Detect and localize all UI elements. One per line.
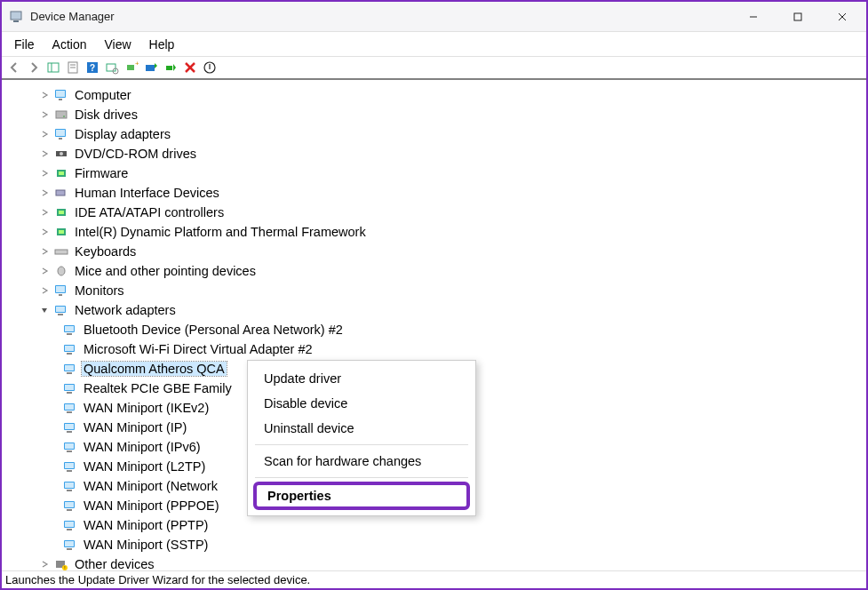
network-adapter-icon <box>62 420 78 435</box>
forward-button[interactable] <box>25 59 43 76</box>
menu-help[interactable]: Help <box>142 36 182 53</box>
expand-chevron-icon[interactable] <box>39 187 50 198</box>
show-hide-console-tree-button[interactable] <box>44 59 62 76</box>
svg-rect-34 <box>56 190 65 195</box>
device-label: WAN Miniport (IP) <box>82 420 188 435</box>
device-label: WAN Miniport (SSTP) <box>82 538 210 552</box>
tree-category[interactable]: Mice and other pointing devices <box>18 261 866 281</box>
svg-rect-25 <box>56 111 67 118</box>
minimize-button[interactable] <box>740 4 767 30</box>
window-title: Device Manager <box>30 10 740 23</box>
app-icon <box>9 10 23 24</box>
svg-rect-17 <box>146 65 155 71</box>
properties-button[interactable] <box>64 59 82 76</box>
menu-view[interactable]: View <box>97 36 138 53</box>
svg-rect-66 <box>65 443 74 449</box>
menu-file[interactable]: File <box>7 36 42 53</box>
tree-category[interactable]: Display adapters <box>18 124 866 144</box>
add-legacy-hardware-button[interactable]: + <box>123 59 140 76</box>
uninstall-device-button[interactable] <box>181 59 199 76</box>
tree-category[interactable]: Human Interface Devices <box>18 183 866 203</box>
expand-chevron-icon[interactable] <box>39 168 50 179</box>
network-adapter-icon <box>62 479 78 493</box>
context-menu-scan-hardware[interactable]: Scan for hardware changes <box>248 449 475 474</box>
svg-text:+: + <box>135 60 139 68</box>
disable-device-button[interactable] <box>201 59 219 76</box>
svg-rect-18 <box>166 66 172 70</box>
expand-chevron-icon[interactable] <box>39 305 50 315</box>
enable-device-button[interactable] <box>162 59 179 76</box>
expand-chevron-icon[interactable] <box>39 129 50 140</box>
svg-rect-36 <box>59 211 64 214</box>
context-menu-disable-device[interactable]: Disable device <box>248 391 475 416</box>
menu-action[interactable]: Action <box>45 36 94 53</box>
network-adapter-icon <box>62 362 78 376</box>
svg-rect-1 <box>13 20 19 22</box>
expand-chevron-icon[interactable] <box>39 207 50 218</box>
tree-device[interactable]: WAN Miniport (PPTP) <box>18 515 866 535</box>
svg-rect-63 <box>65 424 74 429</box>
tree-category[interactable]: Keyboards <box>18 242 866 261</box>
tree-device[interactable]: Bluetooth Device (Personal Area Network)… <box>18 320 866 339</box>
context-menu-update-driver[interactable]: Update driver <box>248 366 475 391</box>
tree-category[interactable]: Disk drives <box>18 105 866 124</box>
tree-category[interactable]: IDE ATA/ATAPI controllers <box>18 203 866 222</box>
svg-rect-64 <box>67 431 72 433</box>
svg-rect-48 <box>65 326 74 331</box>
tree-category[interactable]: Network adapters <box>18 300 866 320</box>
tree-device[interactable]: WAN Miniport (SSTP) <box>18 535 866 554</box>
svg-rect-75 <box>65 502 74 507</box>
expand-chevron-icon[interactable] <box>39 285 50 296</box>
tree-category[interactable]: Intel(R) Dynamic Platform and Thermal Fr… <box>18 222 866 242</box>
scan-hardware-button[interactable] <box>103 59 121 76</box>
svg-rect-38 <box>59 230 64 234</box>
toolbar: ? + <box>2 57 866 80</box>
category-icon <box>53 186 69 200</box>
tree-device[interactable]: Microsoft Wi-Fi Direct Virtual Adapter #… <box>18 339 866 359</box>
category-icon <box>53 166 69 180</box>
maximize-button[interactable] <box>784 4 811 30</box>
network-adapter-icon <box>62 538 78 552</box>
update-driver-button[interactable] <box>142 59 160 76</box>
close-button[interactable] <box>829 4 856 30</box>
device-tree[interactable]: ComputerDisk drivesDisplay adaptersDVD/C… <box>2 80 866 570</box>
svg-rect-73 <box>67 490 72 491</box>
help-button[interactable]: ? <box>84 59 101 76</box>
svg-rect-46 <box>58 314 63 315</box>
expand-chevron-icon[interactable] <box>39 90 50 100</box>
category-label: Other devices <box>73 557 155 570</box>
network-adapter-icon <box>62 459 78 474</box>
device-label: WAN Miniport (PPPOE) <box>82 498 221 513</box>
context-menu-properties[interactable]: Properties <box>253 482 470 510</box>
tree-category[interactable]: DVD/CD-ROM drives <box>18 144 866 163</box>
device-label: WAN Miniport (IKEv2) <box>82 401 211 415</box>
tree-category[interactable]: Firmware <box>18 163 866 183</box>
expand-chevron-icon[interactable] <box>39 148 50 159</box>
category-label: Firmware <box>73 166 130 180</box>
expand-chevron-icon[interactable] <box>39 266 50 276</box>
status-text: Launches the Update Driver Wizard for th… <box>5 573 310 586</box>
svg-rect-57 <box>65 385 74 390</box>
device-label: WAN Miniport (L2TP) <box>82 459 207 474</box>
expand-chevron-icon[interactable] <box>39 227 50 237</box>
network-adapter-icon <box>62 518 78 532</box>
device-label: Qualcomm Atheros QCA <box>82 362 227 376</box>
tree-category[interactable]: !Other devices <box>18 554 866 570</box>
context-menu: Update driver Disable device Uninstall d… <box>247 360 476 516</box>
svg-rect-23 <box>56 91 65 97</box>
tree-category[interactable]: Computer <box>18 85 866 105</box>
context-menu-uninstall-device[interactable]: Uninstall device <box>248 416 475 441</box>
expand-chevron-icon[interactable] <box>39 246 50 257</box>
back-button[interactable] <box>5 59 23 76</box>
expand-chevron-icon[interactable] <box>39 109 50 120</box>
category-icon <box>53 225 69 239</box>
svg-rect-72 <box>65 482 74 488</box>
expand-chevron-icon[interactable] <box>39 559 50 570</box>
device-label: Bluetooth Device (Personal Area Network)… <box>82 323 345 337</box>
tree-category[interactable]: Monitors <box>18 281 866 300</box>
network-adapter-icon <box>62 381 78 395</box>
network-adapter-icon <box>62 401 78 415</box>
category-label: Human Interface Devices <box>73 186 221 200</box>
category-label: DVD/CD-ROM drives <box>73 147 198 161</box>
svg-rect-55 <box>67 372 72 374</box>
